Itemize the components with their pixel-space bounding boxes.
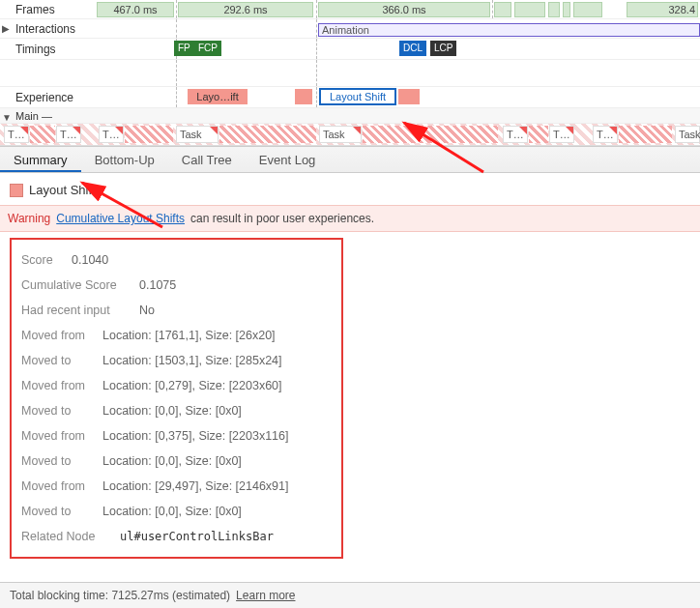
disclosure-icon[interactable]: ▶ (2, 23, 10, 34)
layout-shift-block[interactable]: Layo…ift (188, 89, 248, 104)
task-block[interactable]: T… (4, 126, 29, 143)
detail-row: Moved toLocation: [0,0], Size: [0x0] (21, 499, 332, 524)
frame-block[interactable]: 292.6 ms (178, 2, 313, 17)
detail-row-hadinput: Had recent inputNo (21, 298, 332, 323)
track-frames[interactable]: Frames 467.0 ms 292.6 ms 366.0 ms 328.4 (0, 0, 700, 19)
animation-bar[interactable]: Animation (318, 23, 700, 37)
detail-row-related: Related Node ul#userControlLinksBar (21, 524, 332, 549)
timeline-panel[interactable]: Frames 467.0 ms 292.6 ms 366.0 ms 328.4 … (0, 0, 700, 146)
frame-block[interactable]: 328.4 (627, 2, 698, 17)
detail-row: Moved toLocation: [1503,1], Size: [285x2… (21, 348, 332, 373)
track-label-main: Main — (0, 110, 97, 122)
timing-fcp[interactable]: FCP (194, 41, 221, 56)
related-node-link[interactable]: ul#userControlLinksBar (120, 530, 274, 543)
tab-summary[interactable]: Summary (0, 147, 81, 172)
warning-text: can result in poor user experiences. (190, 212, 374, 225)
layout-shift-block-small[interactable] (295, 89, 312, 104)
track-experience[interactable]: Experience Layo…ift Layout Shift (0, 87, 700, 108)
detail-row: Moved fromLocation: [1761,1], Size: [26x… (21, 323, 332, 348)
track-label-frames: Frames (0, 3, 97, 16)
tab-bottom-up[interactable]: Bottom-Up (81, 147, 168, 172)
track-main[interactable]: T… T… T… Task Task T… T… T… Task (0, 124, 700, 145)
layout-shift-block-small[interactable] (398, 89, 420, 104)
track-timings[interactable]: Timings FP FCP DCL LCP (0, 39, 700, 60)
detail-row-cumscore: Cumulative Score0.1075 (21, 273, 332, 298)
frame-block[interactable] (573, 2, 602, 17)
tab-call-tree[interactable]: Call Tree (168, 147, 246, 172)
disclosure-down-icon[interactable]: ▼ (2, 112, 12, 123)
frame-block[interactable] (494, 2, 511, 17)
timing-fp[interactable]: FP (174, 41, 194, 56)
blocking-time-text: Total blocking time: 7125.27ms (estimate… (10, 589, 230, 602)
task-block[interactable]: T… (593, 126, 618, 143)
task-block[interactable]: Task (176, 126, 219, 143)
task-block[interactable]: T… (56, 126, 81, 143)
detail-row: Moved fromLocation: [29,497], Size: [214… (21, 474, 332, 499)
warning-link[interactable]: Cumulative Layout Shifts (56, 212, 185, 225)
track-interactions[interactable]: ▶ Interactions Animation (0, 19, 700, 39)
frame-block[interactable]: 366.0 ms (318, 2, 490, 17)
learn-more-link[interactable]: Learn more (236, 589, 295, 602)
event-color-swatch (10, 184, 23, 197)
detail-row: Moved toLocation: [0,0], Size: [0x0] (21, 449, 332, 474)
track-spacer (0, 60, 700, 87)
detail-row: Moved fromLocation: [0,279], Size: [2203… (21, 373, 332, 398)
task-block[interactable]: T… (99, 126, 124, 143)
frame-block[interactable] (514, 2, 545, 17)
details-tabs: Summary Bottom-Up Call Tree Event Log (0, 146, 700, 173)
warning-bar: Warning Cumulative Layout Shifts can res… (0, 205, 700, 232)
task-block[interactable]: T… (549, 126, 574, 143)
event-title: Layout Shift (29, 183, 96, 197)
detail-row: Moved toLocation: [0,0], Size: [0x0] (21, 398, 332, 423)
warning-label: Warning (8, 212, 50, 225)
details-box: Score0.1040 Cumulative Score0.1075 Had r… (10, 238, 343, 559)
layout-shift-block-selected[interactable]: Layout Shift (320, 89, 395, 104)
frame-block[interactable]: 467.0 ms (97, 2, 174, 17)
task-block[interactable]: T… (503, 126, 528, 143)
tab-event-log[interactable]: Event Log (246, 147, 330, 172)
track-label-interactions: Interactions (0, 22, 97, 36)
footer-bar: Total blocking time: 7125.27ms (estimate… (0, 582, 700, 608)
task-block[interactable]: Task (675, 126, 700, 143)
summary-panel: Layout Shift (0, 173, 700, 197)
detail-row-score: Score0.1040 (21, 247, 332, 273)
frame-block[interactable] (548, 2, 560, 17)
timing-lcp[interactable]: LCP (430, 41, 456, 56)
timing-dcl[interactable]: DCL (399, 41, 426, 56)
track-label-timings: Timings (0, 43, 97, 56)
task-block[interactable]: Task (319, 126, 362, 143)
detail-row: Moved fromLocation: [0,375], Size: [2203… (21, 423, 332, 449)
frame-block[interactable] (563, 2, 570, 17)
track-main-header[interactable]: ▼ Main — (0, 108, 700, 124)
track-label-experience: Experience (0, 91, 97, 104)
